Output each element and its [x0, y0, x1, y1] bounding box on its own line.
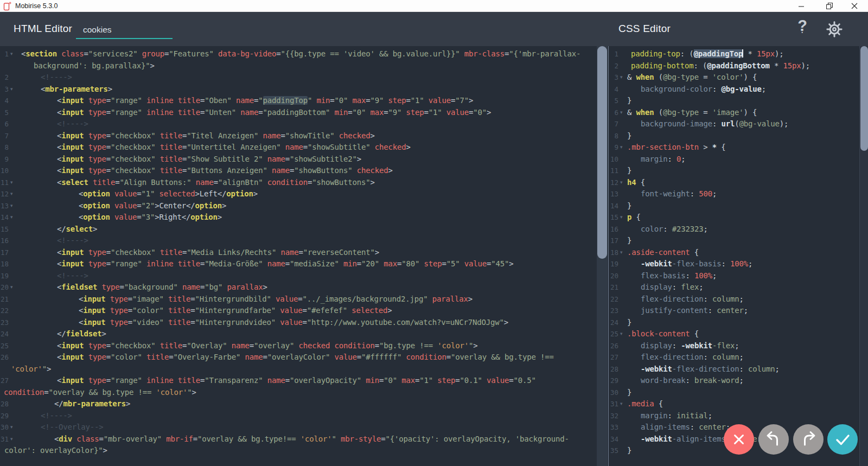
code-line[interactable]: 16<!---->: [0, 235, 608, 247]
fold-arrow-icon[interactable]: ▾: [620, 212, 622, 224]
fold-arrow-icon[interactable]: ▾: [10, 422, 12, 433]
code-line[interactable]: 3▾<mbr-parameters>: [0, 84, 608, 95]
code-line[interactable]: 18▾.aside-content {: [609, 247, 868, 259]
code-line[interactable]: 22flex-direction: column;: [609, 293, 868, 305]
code-line[interactable]: 15</select>: [0, 224, 608, 235]
code-line[interactable]: 26<input type="color" title="Overlay-Far…: [0, 352, 608, 363]
code-line[interactable]: 17}: [609, 235, 868, 247]
code-line[interactable]: 19-webkit-flex-basis: 100%;: [609, 258, 868, 270]
code-line[interactable]: 20flex-basis: 100%;: [609, 270, 868, 282]
fold-arrow-icon[interactable]: ▾: [10, 84, 12, 95]
code-line[interactable]: 23<input type="video" title="Hintergrund…: [0, 317, 608, 329]
code-line[interactable]: 1padding-top: (@paddingTop * 15px);: [609, 48, 868, 60]
fold-arrow-icon[interactable]: ▾: [620, 107, 622, 119]
code-line[interactable]: 25▾.block-content {: [609, 328, 868, 340]
restore-button[interactable]: [818, 0, 841, 12]
tab-cookies[interactable]: cookies: [76, 21, 173, 39]
fold-arrow-icon[interactable]: ▾: [10, 188, 12, 200]
fold-arrow-icon[interactable]: ▾: [620, 72, 622, 84]
code-line[interactable]: 9<input type="checkbox" title="Show Subt…: [0, 154, 608, 165]
code-line[interactable]: color': overlayColor}">: [0, 445, 608, 457]
code-line[interactable]: 4background-color: @bg-value;: [609, 84, 868, 95]
fold-arrow-icon[interactable]: ▾: [10, 433, 12, 445]
fold-arrow-icon[interactable]: ▾: [620, 247, 622, 259]
code-line[interactable]: 25<input type="checkbox" title="Overlay"…: [0, 340, 608, 352]
fold-arrow-icon[interactable]: ▾: [10, 282, 12, 293]
code-line[interactable]: 7background-image: url(@bg-value);: [609, 118, 868, 130]
code-line[interactable]: 4<input type="range" inline title="Oben"…: [0, 95, 608, 107]
undo-button[interactable]: [758, 424, 789, 455]
code-line[interactable]: 26display: -webkit-flex;: [609, 340, 868, 352]
code-line[interactable]: 6▾& when (@bg-type = 'image') {: [609, 107, 868, 119]
fold-arrow-icon[interactable]: ▾: [10, 212, 12, 224]
code-line[interactable]: 3▾& when (@bg-type = 'color') {: [609, 72, 868, 84]
close-button[interactable]: [843, 0, 866, 12]
css-editor-scrollbar[interactable]: [859, 46, 868, 466]
code-line[interactable]: 12▾h4 {: [609, 177, 868, 189]
code-line[interactable]: 17<input type="checkbox" title="Media Li…: [0, 247, 608, 259]
html-editor-scrollbar[interactable]: [597, 46, 608, 466]
code-line[interactable]: 13▾<option value="2">Center</option>: [0, 200, 608, 212]
apply-button[interactable]: [827, 424, 858, 455]
html-scrollbar-thumb[interactable]: [597, 46, 607, 259]
fold-arrow-icon[interactable]: ▾: [620, 177, 622, 189]
code-line[interactable]: 6<!---->: [0, 118, 608, 130]
code-line[interactable]: 32margin: initial;: [609, 410, 868, 422]
code-line[interactable]: 14▾<option value="3">Right</option>: [0, 212, 608, 224]
code-line[interactable]: 28</mbr-parameters>: [0, 398, 608, 410]
code-line[interactable]: 11▾<select title="Align Buttons:" name="…: [0, 177, 608, 189]
code-line[interactable]: 5<input type="range" inline title="Unten…: [0, 107, 608, 119]
code-line[interactable]: 19<!---->: [0, 270, 608, 282]
code-line[interactable]: condition="overlay && bg.type !== 'color…: [0, 387, 608, 399]
css-code-editor[interactable]: 1padding-top: (@paddingTop * 15px);2padd…: [609, 46, 868, 466]
code-line[interactable]: 13font-weight: 500;: [609, 188, 868, 200]
code-line[interactable]: 8}: [609, 130, 868, 142]
code-line[interactable]: 31▾.media {: [609, 398, 868, 410]
code-line[interactable]: 10margin: 0;: [609, 154, 868, 165]
code-line[interactable]: 16color: #232323;: [609, 224, 868, 235]
code-line[interactable]: 8<input type="checkbox" title="Untertite…: [0, 142, 608, 154]
fold-arrow-icon[interactable]: ▾: [10, 177, 12, 189]
code-line[interactable]: 31▾<div class="mbr-overlay" mbr-if="over…: [0, 433, 608, 445]
cancel-button[interactable]: [724, 424, 754, 455]
code-line[interactable]: 22<input type="color" title="Hintergrund…: [0, 305, 608, 317]
code-line[interactable]: 24}: [609, 317, 868, 329]
fold-arrow-icon[interactable]: ▾: [10, 200, 12, 212]
fold-arrow-icon[interactable]: ▾: [620, 328, 622, 340]
code-line[interactable]: 21<input type="image" title="Hintergrund…: [0, 293, 608, 305]
code-line[interactable]: 2<!---->: [0, 72, 608, 84]
fold-arrow-icon[interactable]: ▾: [620, 142, 622, 154]
code-line[interactable]: 11}: [609, 165, 868, 177]
html-code-editor[interactable]: 1▾<section class="services2" group="Feat…: [0, 46, 608, 466]
gear-icon[interactable]: [825, 20, 844, 41]
css-scrollbar-thumb[interactable]: [860, 46, 868, 151]
code-line[interactable]: 29<!---->: [0, 410, 608, 422]
code-line[interactable]: 9▾.mbr-section-btn > * {: [609, 142, 868, 154]
code-line[interactable]: 29word-break: break-word;: [609, 375, 868, 387]
code-line[interactable]: 18<input type="range" inline title="Medi…: [0, 258, 608, 270]
help-icon[interactable]: ?▪: [793, 17, 812, 41]
code-line[interactable]: 15▾p {: [609, 212, 868, 224]
code-line[interactable]: 27flex-direction: column;: [609, 352, 868, 363]
code-line[interactable]: background': bg.parallax}">: [0, 60, 608, 72]
code-line[interactable]: 30▾<!--Overlay-->: [0, 422, 608, 433]
code-line[interactable]: 1▾<section class="services2" group="Feat…: [0, 48, 608, 60]
minimize-button[interactable]: [789, 0, 813, 12]
code-line[interactable]: 2padding-bottom: (@paddingBottom * 15px)…: [609, 60, 868, 72]
code-line[interactable]: 20▾<fieldset type="background" name="bg"…: [0, 282, 608, 293]
code-line[interactable]: 'color'">: [0, 363, 608, 375]
fold-arrow-icon[interactable]: ▾: [620, 398, 622, 410]
code-line[interactable]: 24</fieldset>: [0, 328, 608, 340]
code-line[interactable]: 30}: [609, 387, 868, 399]
code-line[interactable]: 7<input type="checkbox" title="Titel Anz…: [0, 130, 608, 142]
code-line[interactable]: 28-webkit-flex-direction: column;: [609, 363, 868, 375]
fold-arrow-icon[interactable]: ▾: [10, 48, 12, 60]
code-line[interactable]: 23justify-content: center;: [609, 305, 868, 317]
code-line[interactable]: 14}: [609, 200, 868, 212]
code-line[interactable]: 21display: flex;: [609, 282, 868, 293]
code-line[interactable]: 27<input type="range" inline title="Tran…: [0, 375, 608, 387]
code-line[interactable]: 12▾<option value="1" selected>Left</opti…: [0, 188, 608, 200]
code-line[interactable]: 5}: [609, 95, 868, 107]
code-line[interactable]: 10<input type="checkbox" title="Buttons …: [0, 165, 608, 177]
redo-button[interactable]: [793, 424, 824, 455]
